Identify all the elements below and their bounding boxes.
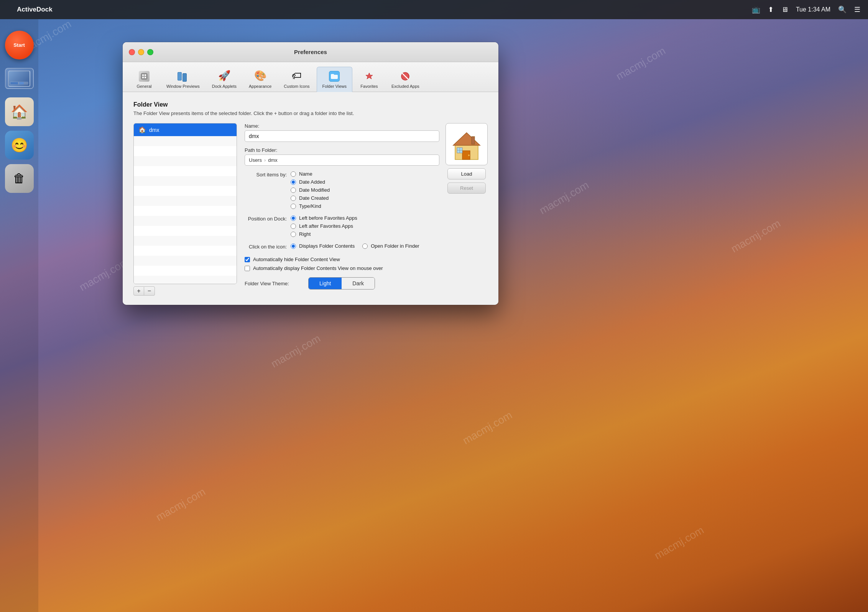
toolbar-item-custom-icons[interactable]: 🏷 Custom Icons [278, 66, 315, 92]
folder-item-icon: 🏠 [138, 126, 146, 133]
svg-rect-0 [141, 73, 147, 79]
auto-hide-row[interactable]: Automatically hide Folder Content View [245, 257, 488, 262]
window-toolbar: General Window Previews 🚀 Dock Applets 🎨… [123, 62, 498, 92]
path-arrow: › [264, 157, 266, 163]
toolbar-folder-views-label: Folder Views [322, 84, 347, 89]
toolbar-excluded-apps-label: Excluded Apps [391, 84, 419, 89]
position-left-before-radio[interactable] [291, 216, 296, 221]
sort-type-kind-radio[interactable] [291, 204, 296, 209]
name-field-group: Name: [245, 123, 439, 142]
toolbar-item-excluded-apps[interactable]: Excluded Apps [386, 67, 425, 92]
sort-type-kind-row[interactable]: Type/Kind [291, 203, 330, 209]
window-minimize-button[interactable] [138, 49, 144, 55]
window-close-button[interactable] [129, 49, 135, 55]
click-open-finder-row[interactable]: Open Folder in Finder [362, 243, 419, 249]
trash-icon: 🗑 [13, 171, 25, 186]
empty-row [134, 166, 237, 176]
load-button[interactable]: Load [447, 168, 486, 179]
sort-date-modified-radio[interactable] [291, 188, 296, 193]
theme-dark-button[interactable]: Dark [342, 278, 375, 289]
dock-item-finder[interactable]: 😊 [5, 131, 34, 160]
position-left-before-label: Left before Favorites Apps [299, 215, 357, 221]
position-label: Position on Dock: [245, 215, 287, 222]
click-open-finder-radio[interactable] [362, 243, 368, 249]
menubar-time: Tue 1:34 AM [796, 6, 830, 13]
sort-name-row[interactable]: Name [291, 171, 330, 177]
search-icon[interactable]: 🔍 [838, 5, 847, 14]
empty-row [134, 186, 237, 196]
finder-icon: 😊 [11, 137, 28, 153]
click-displays-radio[interactable] [291, 243, 296, 249]
toolbar-item-appearance[interactable]: 🎨 Appearance [243, 66, 277, 92]
svg-point-10 [468, 155, 470, 156]
svg-marker-8 [453, 133, 480, 145]
path-users: Users [249, 157, 262, 163]
auto-hide-checkbox[interactable] [245, 257, 250, 262]
auto-hide-label: Automatically hide Folder Content View [253, 257, 340, 262]
dock-item-house[interactable]: 🏠 [5, 97, 34, 126]
position-right-row[interactable]: Right [291, 231, 357, 237]
general-icon [139, 71, 150, 82]
toolbar-item-folder-views[interactable]: Folder Views [317, 67, 352, 92]
app-name[interactable]: ActiveDock [17, 6, 53, 13]
custom-icons-icon: 🏷 [292, 70, 302, 82]
display-icon[interactable]: 🖥 [781, 6, 788, 14]
remove-folder-button[interactable]: − [144, 286, 155, 296]
toolbar-item-window-previews[interactable]: Window Previews [161, 67, 205, 92]
menubar: ActiveDock 📺 ⬆ 🖥 Tue 1:34 AM 🔍 ☰ [0, 0, 868, 19]
auto-display-checkbox[interactable] [245, 266, 250, 271]
reset-button[interactable]: Reset [447, 183, 486, 194]
position-left-after-radio[interactable] [291, 224, 296, 229]
name-input[interactable] [245, 130, 439, 142]
svg-rect-14 [472, 137, 475, 144]
position-right-radio[interactable] [291, 232, 296, 237]
folder-list-item-dmx[interactable]: 🏠 dmx [134, 123, 237, 136]
section-desc: The Folder View presents items of the se… [133, 110, 488, 116]
sort-date-modified-row[interactable]: Date Modified [291, 187, 330, 193]
toolbar-item-dock-applets[interactable]: 🚀 Dock Applets [207, 66, 242, 92]
toolbar-window-previews-label: Window Previews [166, 84, 200, 89]
content-body: 🏠 dmx [133, 123, 488, 296]
window-content: Folder View The Folder View presents ite… [123, 92, 498, 305]
position-left-before-row[interactable]: Left before Favorites Apps [291, 215, 357, 221]
position-radio-group: Left before Favorites Apps Left after Fa… [291, 215, 357, 237]
toolbar-item-favorites[interactable]: Favorites [354, 67, 385, 92]
sort-date-added-radio[interactable] [291, 179, 296, 185]
dock-item-start[interactable]: Start [5, 31, 34, 59]
dock-item-trash[interactable]: 🗑 [5, 164, 34, 193]
auto-display-row[interactable]: Automatically display Folder Contents Vi… [245, 265, 488, 271]
window-titlebar: Preferences [123, 42, 498, 62]
sort-date-added-row[interactable]: Date Added [291, 179, 330, 185]
empty-row [134, 176, 237, 186]
window-maximize-button[interactable] [147, 49, 153, 55]
arrow-up-icon[interactable]: ⬆ [768, 5, 774, 14]
path-field-label: Path to Folder: [245, 147, 439, 153]
click-displays-row[interactable]: Displays Folder Contents [291, 243, 355, 249]
position-left-after-row[interactable]: Left after Favorites Apps [291, 223, 357, 229]
auto-display-label: Automatically display Folder Contents Vi… [253, 265, 383, 271]
empty-row [134, 236, 237, 246]
sort-name-radio[interactable] [291, 171, 296, 177]
empty-row [134, 256, 237, 266]
toolbar-item-general[interactable]: General [129, 67, 159, 92]
click-section: Click on the icon: Displays Folder Conte… [245, 243, 488, 250]
add-folder-button[interactable]: + [133, 286, 144, 296]
menu-icon[interactable]: ☰ [854, 5, 860, 14]
sort-label: Sort items by: [245, 171, 287, 178]
sort-radio-group: Name Date Added Date Modified [291, 171, 330, 209]
toolbar-dock-applets-label: Dock Applets [212, 84, 237, 89]
sort-date-created-radio[interactable] [291, 196, 296, 201]
sort-date-created-row[interactable]: Date Created [291, 195, 330, 201]
sort-date-modified-label: Date Modified [299, 187, 330, 193]
screen-icon[interactable]: 📺 [752, 5, 760, 14]
folder-views-icon [329, 71, 340, 82]
theme-light-button[interactable]: Light [309, 278, 342, 289]
folder-list-buttons: + − [133, 286, 237, 296]
settings-panel: Name: Path to Folder: Users › dmx [245, 123, 488, 296]
svg-rect-3 [142, 77, 144, 78]
favorites-icon [364, 71, 375, 82]
folder-list: 🏠 dmx [133, 123, 237, 284]
section-title: Folder View [133, 101, 488, 108]
toolbar-custom-icons-label: Custom Icons [284, 84, 309, 89]
dock-item-screenshot[interactable] [5, 64, 34, 93]
